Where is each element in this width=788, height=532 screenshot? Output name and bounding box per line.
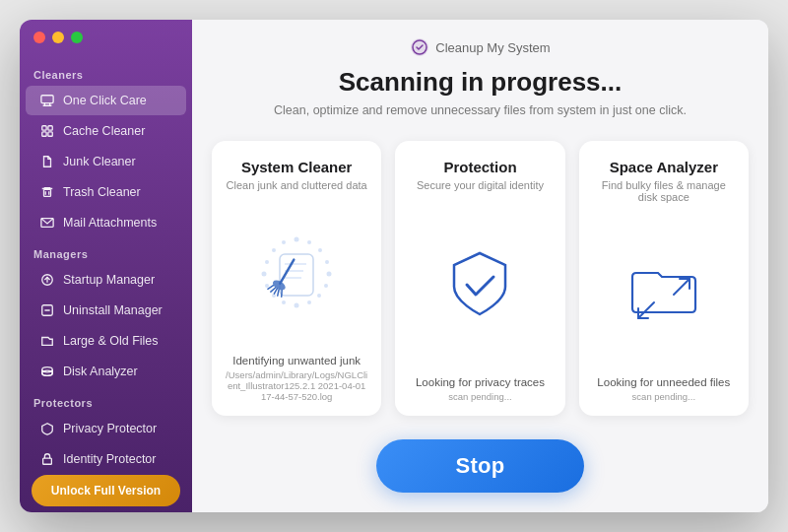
app-title: Cleanup My System [435,40,550,55]
sidebar-item-label: Trash Cleaner [63,185,141,199]
svg-line-45 [274,289,277,294]
protection-illustration [409,201,551,368]
sidebar-section-protectors: Protectors Privacy Protector Identity Pr… [20,387,192,475]
card-subtitle-space-analyzer: Find bulky files & manage disk space [593,179,735,203]
card-substatus-protection: scan pending... [448,391,511,402]
card-title-space-analyzer: Space Analyzer [610,159,718,175]
sidebar-item-label: Identity Protector [63,452,157,466]
sidebar-item-mail-attachments[interactable]: Mail Attachments [26,208,186,237]
card-subtitle-system-cleaner: Clean junk and cluttered data [227,179,367,191]
sidebar-item-large-old-files[interactable]: Large & Old Files [26,326,186,356]
app-title-row: Cleanup My System [410,37,550,57]
card-substatus-system-cleaner: /Users/admin/Library/Logs/NGLClient_Illu… [226,369,367,402]
svg-point-34 [265,260,269,264]
trash-icon [39,184,55,200]
file-icon [39,154,55,169]
svg-rect-6 [42,132,46,136]
scan-subtitle: Clean, optimize and remove unnecessary f… [274,103,687,117]
svg-point-32 [265,284,269,288]
svg-rect-18 [43,458,52,464]
svg-rect-4 [42,126,46,130]
protection-card: Protection Secure your digital identity … [395,141,564,416]
shield-icon [39,421,55,436]
section-label-managers: Managers [20,238,192,264]
unlock-full-version-button[interactable]: Unlock Full Version [32,475,180,506]
sidebar-item-cache-cleaner[interactable]: Cache Cleaner [26,116,186,146]
card-subtitle-protection: Secure your digital identity [417,179,544,191]
card-title-protection: Protection [443,159,516,175]
svg-point-26 [324,284,328,288]
svg-point-21 [295,237,299,242]
svg-point-17 [42,367,53,372]
svg-point-22 [307,240,311,244]
sidebar-item-label: Uninstall Manager [63,303,163,317]
sidebar-item-startup-manager[interactable]: Startup Manager [26,265,186,295]
svg-point-24 [325,260,329,264]
svg-point-33 [262,272,267,277]
svg-point-28 [307,300,311,304]
mail-icon [39,215,55,231]
sidebar-item-label: One Click Care [63,94,147,107]
sidebar: Cleaners One Click Care Cache Cleaner Ju… [20,20,192,512]
section-label-protectors: Protectors [20,387,192,413]
app-logo-icon [410,37,429,57]
sidebar-item-junk-cleaner[interactable]: Junk Cleaner [26,147,186,176]
space-analyzer-illustration [593,213,735,368]
sidebar-item-label: Mail Attachments [63,216,157,230]
svg-line-48 [674,279,690,295]
svg-point-35 [272,248,276,252]
section-label-cleaners: Cleaners [20,59,192,85]
sidebar-item-one-click-care[interactable]: One Click Care [26,86,186,115]
sidebar-item-label: Large & Old Files [63,334,159,348]
sidebar-item-disk-analyzer[interactable]: Disk Analyzer [26,357,186,386]
sidebar-item-label: Junk Cleaner [63,155,136,168]
monitor-icon [39,93,55,108]
svg-rect-8 [44,189,51,196]
svg-rect-5 [48,126,52,130]
cards-row: System Cleaner Clean junk and cluttered … [192,127,768,430]
system-cleaner-card: System Cleaner Clean junk and cluttered … [212,141,381,416]
svg-rect-0 [41,96,53,103]
minimize-button[interactable] [52,32,64,43]
card-status-space-analyzer: Looking for unneeded files [597,376,730,388]
svg-point-36 [282,240,286,244]
svg-point-23 [318,248,322,252]
svg-point-29 [295,303,299,308]
scan-title: Scanning in progress... [339,67,623,98]
maximize-button[interactable] [71,32,83,43]
stop-button[interactable]: Stop [376,439,583,493]
traffic-lights [33,32,83,43]
sidebar-section-managers: Managers Startup Manager Uninstall Manag… [20,238,192,387]
sidebar-item-identity-protector[interactable]: Identity Protector [26,444,186,474]
sidebar-section-cleaners: Cleaners One Click Care Cache Cleaner Ju… [20,59,192,238]
svg-point-25 [327,272,332,277]
disk-icon [39,364,55,379]
main-content: Cleanup My System Scanning in progress..… [192,20,768,512]
lock-icon [39,451,55,467]
svg-point-27 [317,294,321,298]
card-substatus-space-analyzer: scan pending... [632,391,695,402]
card-status-protection: Looking for privacy traces [416,376,545,388]
header: Cleanup My System Scanning in progress..… [192,20,768,127]
sidebar-item-label: Disk Analyzer [63,365,138,378]
grid-icon [39,123,55,139]
sidebar-item-label: Privacy Protector [63,422,157,435]
card-status-system-cleaner: Identifying unwanted junk [232,355,361,366]
sidebar-item-trash-cleaner[interactable]: Trash Cleaner [26,177,186,207]
startup-icon [39,272,55,288]
space-analyzer-card: Space Analyzer Find bulky files & manage… [579,141,749,416]
sidebar-item-uninstall-manager[interactable]: Uninstall Manager [26,296,186,325]
system-cleaner-illustration [226,201,367,347]
close-button[interactable] [33,32,45,43]
sidebar-item-label: Cache Cleaner [63,124,145,138]
card-title-system-cleaner: System Cleaner [241,159,353,175]
sidebar-item-label: Startup Manager [63,273,155,287]
sidebar-item-privacy-protector[interactable]: Privacy Protector [26,414,186,443]
uninstall-icon [39,302,55,318]
svg-line-49 [638,302,654,318]
stop-button-row: Stop [192,430,768,512]
svg-rect-7 [48,132,52,136]
main-window: Cleaners One Click Care Cache Cleaner Ju… [20,20,768,512]
svg-point-30 [282,300,286,304]
files-icon [39,333,55,349]
